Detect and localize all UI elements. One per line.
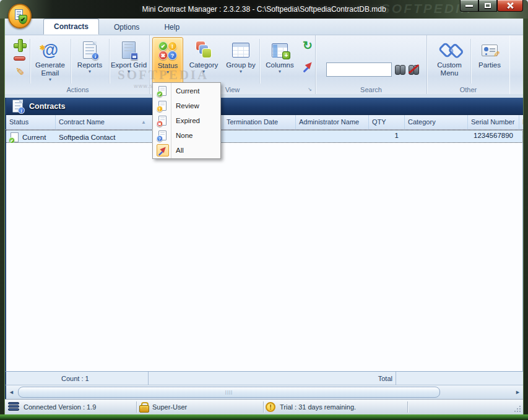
scroll-right-icon[interactable]: ► <box>513 387 522 398</box>
column-header-serial-number[interactable]: Serial Number <box>468 115 519 129</box>
scrollbar-thumb[interactable] <box>18 387 440 398</box>
trial-remaining-text: Trial : 31 days remaining. <box>280 403 356 411</box>
cell-status: ✔ Current <box>6 130 56 143</box>
email-at-icon: @ <box>42 41 58 59</box>
doc-error-icon: ✖ <box>158 116 167 126</box>
database-icon <box>8 402 19 413</box>
group-label-other: Other <box>427 86 509 93</box>
plus-badge-icon: + <box>282 51 290 59</box>
sort-ascending-icon: ▲ <box>141 119 146 125</box>
horizontal-scrollbar[interactable]: ◄ ► <box>5 385 523 399</box>
cell-serial-number: 1234567890 <box>468 130 519 143</box>
ribbon-tab-bar: Contracts Options Help <box>5 19 523 35</box>
window-title: Mini Contract Manager : 2.3.2.38 - C:\So… <box>0 5 528 14</box>
group-by-button[interactable]: Group by ▾ <box>224 37 258 84</box>
report-document-icon: i <box>83 41 97 59</box>
group-label-search: Search <box>316 86 426 93</box>
window-border-left <box>0 19 5 414</box>
row-count: Count : 1 <box>61 375 89 382</box>
parties-button[interactable]: ✎ Parties <box>472 37 507 84</box>
shield-check-icon: ✔ <box>19 15 27 24</box>
cell-category <box>405 130 468 143</box>
dropdown-caret-icon: ▾ <box>49 77 51 82</box>
chain-link-icon <box>438 39 461 62</box>
close-icon <box>506 2 514 9</box>
menu-item-review[interactable]: ! Review <box>154 98 220 113</box>
window-controls <box>460 0 523 12</box>
status-dropdown-menu: ✔ Current ! Review ✖ Expired ? None All <box>152 82 221 159</box>
total-label: Total <box>365 375 392 382</box>
add-record-icon[interactable] <box>14 39 25 51</box>
ribbon-group-other: Custom Menu ✎ Parties Other <box>427 35 509 94</box>
ribbon-group-actions: ✎ @ Generate Email ▾ i Reports ▾ Expor <box>6 35 150 94</box>
column-header-clipped[interactable]: F <box>519 115 523 129</box>
pin-icon[interactable] <box>303 61 313 72</box>
category-filter-button[interactable]: Category ▾ <box>186 37 222 84</box>
user-role-text: Super-User <box>152 403 187 411</box>
search-input[interactable] <box>326 62 392 77</box>
export-grid-button[interactable]: Export Grid ▾ <box>110 37 147 84</box>
close-button[interactable] <box>497 0 523 12</box>
grid-summary-row: Count : 1 Total <box>5 371 523 385</box>
status-bar: Connected Version : 1.9 Super-User ! Tri… <box>5 399 523 414</box>
dropdown-caret-icon: ▾ <box>167 70 169 74</box>
clear-search-icon[interactable] <box>409 65 419 74</box>
ribbon: SOFTPEDIA www.softpedia.com ✎ @ Generate… <box>5 35 523 94</box>
table-columns-icon: + <box>272 43 288 58</box>
status-current-icon: ✔ <box>11 132 19 142</box>
dropdown-caret-icon: ▾ <box>89 69 91 74</box>
menu-item-none[interactable]: ? None <box>154 128 220 143</box>
doc-check-icon: ✔ <box>158 86 167 96</box>
dialog-launcher-icon[interactable]: ↘ <box>308 87 313 93</box>
column-header-status[interactable]: Status <box>6 115 56 129</box>
dropdown-caret-icon: ▾ <box>128 69 130 74</box>
reports-button[interactable]: i Reports ▾ <box>72 37 108 84</box>
dropdown-caret-icon: ▾ <box>202 69 205 74</box>
group-label-actions: Actions <box>6 86 149 93</box>
dropdown-caret-icon: ▾ <box>240 69 242 74</box>
tab-help[interactable]: Help <box>154 20 189 35</box>
menu-item-expired[interactable]: ✖ Expired <box>154 113 220 128</box>
cell-termination-date <box>223 130 296 143</box>
maximize-button[interactable] <box>478 0 497 12</box>
selected-icon-box <box>157 144 169 156</box>
grid-empty-area[interactable] <box>5 143 523 371</box>
menu-item-current[interactable]: ✔ Current <box>154 84 220 98</box>
menu-item-all[interactable]: All <box>154 143 220 158</box>
scroll-left-icon[interactable]: ◄ <box>7 387 16 398</box>
column-header-qty[interactable]: QTY <box>369 115 405 129</box>
pin-all-icon <box>158 146 167 155</box>
cell-qty: 1 <box>369 130 405 143</box>
contact-card-icon: ✎ <box>482 45 498 56</box>
delete-record-icon[interactable] <box>14 56 25 61</box>
generate-email-button[interactable]: @ Generate Email ▾ <box>31 37 69 84</box>
panel-title: Contracts <box>29 102 65 111</box>
search-find-icon[interactable] <box>395 65 405 74</box>
tab-contracts[interactable]: Contracts <box>43 19 99 35</box>
status-filter-button[interactable]: ✔ ! ✖ ? Status ▾ <box>152 37 183 84</box>
dropdown-caret-icon: ▾ <box>279 69 281 74</box>
column-header-administrator-name[interactable]: Administrator Name <box>296 115 369 129</box>
tab-options[interactable]: Options <box>104 20 149 35</box>
connected-version-text: Connected Version : 1.9 <box>24 403 96 411</box>
cell-administrator-name <box>296 130 369 143</box>
columns-button[interactable]: + Columns ▾ <box>261 37 299 84</box>
refresh-icon[interactable]: ↻ <box>303 40 313 51</box>
column-header-category[interactable]: Category <box>405 115 468 129</box>
maximize-icon <box>485 3 491 8</box>
resize-grip[interactable] <box>513 405 521 412</box>
edit-record-icon[interactable]: ✎ <box>14 67 24 75</box>
doc-question-icon: ? <box>158 131 167 140</box>
table-row[interactable]: ✔ Current Softpedia Contact 1 1234567890 <box>5 130 523 143</box>
column-header-termination-date[interactable]: Termination Date <box>223 115 296 129</box>
grid-header-row: Status Contract Name▲ C Termination Date… <box>5 115 523 130</box>
column-header-contract-name[interactable]: Contract Name▲ <box>56 115 153 129</box>
minimize-button[interactable] <box>460 0 478 12</box>
contracts-document-icon: i <box>12 100 23 113</box>
status-circles-icon: ✔ ! ✖ ? <box>158 41 177 60</box>
export-save-icon <box>122 41 136 59</box>
app-logo-icon[interactable]: ✔ <box>8 4 32 28</box>
custom-menu-button[interactable]: Custom Menu <box>430 37 469 84</box>
lock-icon <box>139 402 148 412</box>
pencil-icon: ✎ <box>493 49 500 59</box>
